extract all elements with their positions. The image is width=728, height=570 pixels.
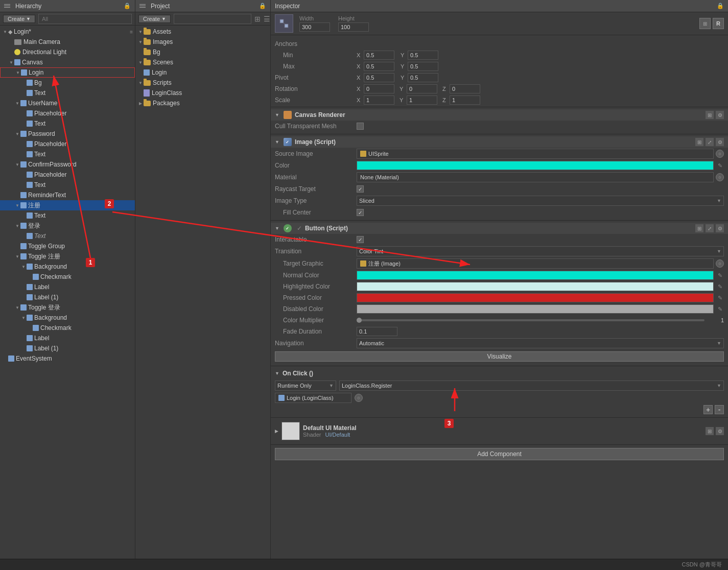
min-y-input[interactable] xyxy=(408,51,438,60)
cull-checkbox[interactable] xyxy=(357,123,364,130)
tree-item-togglegroup[interactable]: Toggle Group xyxy=(0,241,135,251)
tree-item-username[interactable]: ▼ UserName xyxy=(0,98,135,108)
tree-item-background1[interactable]: ▼ Background xyxy=(0,262,135,272)
tree-item-bg[interactable]: Bg xyxy=(0,78,135,88)
listener-circle-btn[interactable]: ○ xyxy=(355,394,363,402)
canvas-renderer-menu-btn[interactable]: ⊞ xyxy=(706,111,714,119)
tree-item-placeholder2[interactable]: Placeholder xyxy=(0,139,135,149)
max-x-input[interactable] xyxy=(364,62,394,71)
tree-item-login[interactable]: ▼ Login xyxy=(0,67,135,78)
tree-item-password[interactable]: ▼ Password xyxy=(0,129,135,139)
pivot-y-input[interactable] xyxy=(408,73,438,82)
material-settings-btn[interactable]: ⚙ xyxy=(716,427,724,435)
height-input[interactable] xyxy=(338,22,369,32)
highlighted-color-edit[interactable]: ✎ xyxy=(716,282,724,291)
tree-item-eventsystem[interactable]: EventSystem xyxy=(0,353,135,364)
add-listener-btn[interactable]: + xyxy=(703,405,713,414)
tree-item-text6[interactable]: Text xyxy=(0,231,135,241)
grid-icon-btn[interactable]: ⊞ xyxy=(699,18,711,29)
tree-item-text2[interactable]: Text xyxy=(0,118,135,129)
material-menu-btn[interactable]: ⊞ xyxy=(706,427,714,435)
rot-z-input[interactable] xyxy=(450,84,480,93)
tree-item-placeholder1[interactable]: Placeholder xyxy=(0,108,135,118)
r-button[interactable]: R xyxy=(713,18,724,29)
tree-item-remindertext[interactable]: ReminderText xyxy=(0,190,135,200)
material-field[interactable]: None (Material) xyxy=(357,172,714,182)
project-icon-btn1[interactable]: ⊞ xyxy=(254,15,261,23)
transition-dropdown[interactable]: Color Tint ▼ xyxy=(357,246,724,256)
navigation-dropdown[interactable]: Automatic ▼ xyxy=(357,338,724,348)
button-script-header[interactable]: ▼ ✓ ✓ Button (Script) ⊞ ⤢ ⚙ xyxy=(271,223,728,234)
project-item-assets[interactable]: ▼ Assets xyxy=(135,27,270,37)
project-item-loginclass[interactable]: LoginClass xyxy=(135,88,270,98)
highlighted-color-swatch[interactable] xyxy=(357,282,714,291)
listener-object-field[interactable]: Login (LoginClass) xyxy=(275,393,351,403)
max-y-input[interactable] xyxy=(408,62,438,71)
add-component-button[interactable]: Add Component xyxy=(275,448,724,460)
width-input[interactable] xyxy=(299,22,330,32)
normal-color-edit[interactable]: ✎ xyxy=(716,271,724,279)
hierarchy-create-button[interactable]: Create ▼ xyxy=(3,15,35,23)
color-swatch-image[interactable] xyxy=(357,161,714,170)
disabled-color-swatch[interactable] xyxy=(357,304,714,314)
project-item-images[interactable]: ▼ Images xyxy=(135,37,270,47)
remove-listener-btn[interactable]: - xyxy=(715,405,724,414)
button-script-settings-btn[interactable]: ⚙ xyxy=(716,224,724,232)
raycast-checkbox[interactable]: ✓ xyxy=(357,185,364,193)
tree-item-label2b[interactable]: Label (1) xyxy=(0,343,135,353)
tree-item-background2[interactable]: ▼ Background xyxy=(0,313,135,323)
tree-item-checkmark2[interactable]: Checkmark xyxy=(0,323,135,333)
project-item-scripts[interactable]: ▼ Scripts xyxy=(135,78,270,88)
rot-x-input[interactable] xyxy=(364,84,394,93)
scale-z-input[interactable] xyxy=(450,96,480,105)
tree-item-zhuce[interactable]: ▼ 注册 xyxy=(0,200,135,210)
scale-x-input[interactable] xyxy=(364,96,394,105)
tree-item-denglu[interactable]: ▼ 登录 xyxy=(0,221,135,231)
rot-y-input[interactable] xyxy=(407,84,437,93)
canvas-renderer-settings-btn[interactable]: ⚙ xyxy=(716,111,724,119)
tree-item-canvas[interactable]: ▼ Canvas xyxy=(0,57,135,67)
pressed-color-swatch[interactable] xyxy=(357,293,714,302)
fill-center-checkbox[interactable]: ✓ xyxy=(357,209,364,216)
tree-item-label1b[interactable]: Label (1) xyxy=(0,292,135,302)
tree-item-text5[interactable]: Text xyxy=(0,210,135,221)
visualize-button[interactable]: Visualize xyxy=(275,351,724,362)
image-script-header[interactable]: ▼ ✓ Image (Script) ⊞ ⤢ ⚙ xyxy=(271,136,728,148)
tree-item-placeholder3[interactable]: Placeholder xyxy=(0,170,135,180)
image-script-menu-btn[interactable]: ⊞ xyxy=(695,138,703,146)
function-dropdown[interactable]: LoginClass.Register ▼ xyxy=(339,381,724,391)
image-script-expand-btn[interactable]: ⤢ xyxy=(706,138,714,146)
tree-item-text[interactable]: Text xyxy=(0,88,135,98)
color-edit-btn-image[interactable]: ✎ xyxy=(716,161,724,170)
project-item-login-scene[interactable]: Login xyxy=(135,67,270,78)
image-script-settings-btn[interactable]: ⚙ xyxy=(716,138,724,146)
image-type-dropdown[interactable]: Sliced ▼ xyxy=(357,196,724,206)
fade-duration-input[interactable] xyxy=(357,327,397,336)
tree-item-label2[interactable]: Label xyxy=(0,333,135,343)
scale-y-input[interactable] xyxy=(407,96,437,105)
tree-item-label1[interactable]: Label xyxy=(0,282,135,292)
project-search-input[interactable] xyxy=(174,14,251,24)
canvas-renderer-header[interactable]: ▼ Canvas Renderer ⊞ ⚙ xyxy=(271,109,728,121)
project-create-button[interactable]: Create ▼ xyxy=(138,15,171,23)
pivot-x-input[interactable] xyxy=(364,73,394,82)
project-item-bg[interactable]: Bg xyxy=(135,47,270,57)
tree-item-togglezhuce[interactable]: ▼ Toggle 注册 xyxy=(0,251,135,262)
pressed-color-edit[interactable]: ✎ xyxy=(716,294,724,302)
project-item-scenes[interactable]: ▼ Scenes xyxy=(135,57,270,67)
target-graphic-circle-btn[interactable]: ○ xyxy=(716,259,724,268)
source-image-field[interactable]: UISprite xyxy=(357,149,714,159)
tree-item-main-camera[interactable]: Main Camera xyxy=(0,37,135,47)
tree-item-checkmark1[interactable]: Checkmark xyxy=(0,272,135,282)
runtime-dropdown[interactable]: Runtime Only ▼ xyxy=(275,381,336,391)
tree-item-directional-light[interactable]: Directional Light xyxy=(0,47,135,57)
button-script-expand-btn[interactable]: ⤢ xyxy=(706,224,714,232)
tree-item-text3[interactable]: Text xyxy=(0,149,135,159)
source-image-circle-btn[interactable]: ○ xyxy=(716,150,724,158)
min-x-input[interactable] xyxy=(364,51,394,60)
project-icon-btn2[interactable]: ☰ xyxy=(264,15,270,23)
tree-item-login-scene[interactable]: ▼ ◆ Login* ≡ xyxy=(0,27,135,37)
disabled-color-edit[interactable]: ✎ xyxy=(716,305,724,313)
button-script-menu-btn[interactable]: ⊞ xyxy=(695,224,703,232)
hierarchy-search-input[interactable] xyxy=(38,14,132,24)
